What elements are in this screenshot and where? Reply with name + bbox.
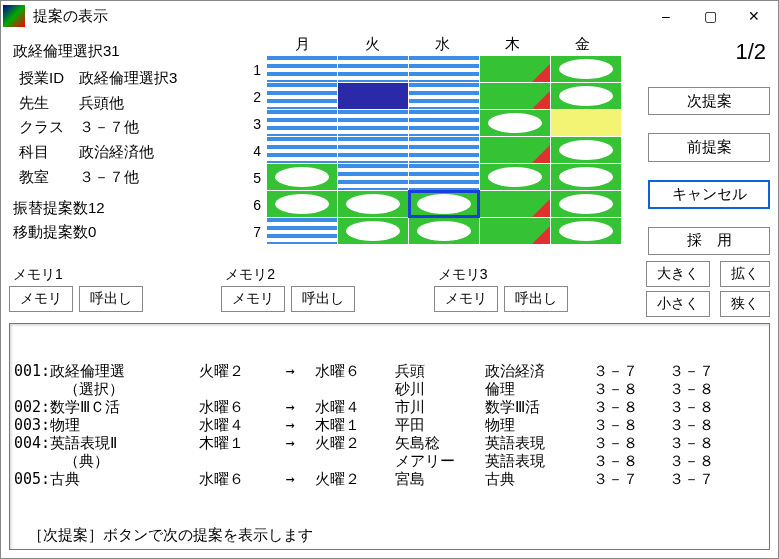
info-label: クラス	[9, 115, 79, 140]
day-header: 水	[407, 35, 477, 56]
grid-cell[interactable]	[338, 110, 408, 136]
cancel-button[interactable]: キャンセル	[648, 180, 770, 209]
info-header: 政経倫理選択31	[9, 39, 239, 64]
page-indicator: 1/2	[648, 39, 770, 65]
grid-cell[interactable]	[338, 56, 408, 82]
grid-cell[interactable]	[338, 191, 408, 217]
row-number: 2	[239, 83, 267, 110]
grid-cell[interactable]	[267, 191, 337, 217]
info-label: 教室	[9, 165, 79, 190]
move-count: 移動提案数0	[9, 220, 239, 245]
grid-cell[interactable]	[409, 164, 479, 190]
row-number: 5	[239, 164, 267, 191]
memory-load-3[interactable]: 呼出し	[504, 286, 568, 312]
grid-cell[interactable]	[480, 164, 550, 190]
narrower-button[interactable]: 狭く	[720, 291, 770, 317]
grid-cell[interactable]	[480, 56, 550, 82]
grid-cell[interactable]	[409, 110, 479, 136]
info-panel: 政経倫理選択31 授業ID政経倫理選択3先生兵頭他クラス３－７他科目政治経済他教…	[9, 35, 239, 255]
day-header: 金	[547, 35, 617, 56]
day-header: 月	[267, 35, 337, 56]
grid-cell[interactable]	[409, 83, 479, 109]
grid-cell[interactable]	[267, 56, 337, 82]
prev-proposal-button[interactable]: 前提案	[648, 133, 770, 161]
info-value: ３－７他	[79, 115, 239, 140]
smaller-button[interactable]: 小さく	[646, 291, 710, 317]
list-footer: ［次提案］ボタンで次の提案を表示します	[14, 526, 765, 544]
list-item: 002:数学ⅢＣ活水曜６→水曜４市川数学Ⅲ活３－８３－８	[14, 398, 765, 416]
wider-button[interactable]: 拡く	[720, 261, 770, 287]
minimize-button[interactable]: –	[644, 2, 688, 30]
grid-cell[interactable]	[267, 137, 337, 163]
list-item: 003:物理水曜４→木曜１平田物理３－８３－８	[14, 416, 765, 434]
grid-cell[interactable]	[409, 191, 479, 217]
grid-cell[interactable]	[480, 137, 550, 163]
info-value: 政経倫理選択3	[79, 66, 239, 91]
grid-cell[interactable]	[551, 218, 621, 244]
row-number: 3	[239, 110, 267, 137]
close-button[interactable]: ✕	[732, 2, 776, 30]
swap-count: 振替提案数12	[9, 196, 239, 221]
grid-cell[interactable]	[338, 83, 408, 109]
memory-label-2: メモリ2	[221, 266, 423, 284]
grid-cell[interactable]	[551, 110, 621, 136]
info-value: 政治経済他	[79, 140, 239, 165]
grid-cell[interactable]	[480, 191, 550, 217]
row-number: 7	[239, 218, 267, 245]
row-number: 1	[239, 56, 267, 83]
info-label: 授業ID	[9, 66, 79, 91]
grid-cell[interactable]	[551, 137, 621, 163]
adopt-button[interactable]: 採 用	[648, 227, 770, 255]
info-value: ３－７他	[79, 165, 239, 190]
grid-cell[interactable]	[480, 218, 550, 244]
info-label: 先生	[9, 91, 79, 116]
grid-cell[interactable]	[409, 218, 479, 244]
timetable-grid: 月火水木金 1234567	[239, 35, 640, 255]
grid-cell[interactable]	[338, 164, 408, 190]
grid-cell[interactable]	[551, 83, 621, 109]
grid-cell[interactable]	[409, 137, 479, 163]
titlebar: 提案の表示 – ▢ ✕	[1, 1, 778, 31]
grid-cell[interactable]	[267, 164, 337, 190]
memory-row: メモリ1 メモリ 呼出し メモリ2 メモリ 呼出し メモリ3 メモリ 呼出し 大…	[9, 261, 770, 317]
list-item: 005:古典水曜６→火曜２宮島古典３－７３－７	[14, 470, 765, 488]
day-header: 火	[337, 35, 407, 56]
grid-cell[interactable]	[551, 56, 621, 82]
grid-cell[interactable]	[267, 218, 337, 244]
memory-label-3: メモリ3	[434, 266, 636, 284]
grid-cell[interactable]	[267, 83, 337, 109]
app-icon	[3, 5, 25, 27]
day-header: 木	[477, 35, 547, 56]
memory-save-1[interactable]: メモリ	[9, 286, 73, 312]
list-item: （選択）砂川倫理３－８３－８	[14, 380, 765, 398]
grid-cell[interactable]	[480, 110, 550, 136]
bigger-button[interactable]: 大きく	[646, 261, 710, 287]
list-item: （典）メアリー英語表現３－８３－８	[14, 452, 765, 470]
memory-load-1[interactable]: 呼出し	[79, 286, 143, 312]
maximize-button[interactable]: ▢	[688, 2, 732, 30]
grid-cell[interactable]	[551, 191, 621, 217]
memory-load-2[interactable]: 呼出し	[291, 286, 355, 312]
grid-cell[interactable]	[338, 137, 408, 163]
memory-save-3[interactable]: メモリ	[434, 286, 498, 312]
info-label: 科目	[9, 140, 79, 165]
row-number: 6	[239, 191, 267, 218]
proposal-list: 001:政経倫理選火曜２→水曜６兵頭政治経済３－７３－７（選択）砂川倫理３－８３…	[9, 323, 770, 550]
list-item: 001:政経倫理選火曜２→水曜６兵頭政治経済３－７３－７	[14, 362, 765, 380]
info-value: 兵頭他	[79, 91, 239, 116]
grid-cell[interactable]	[267, 110, 337, 136]
list-item: 004:英語表現Ⅱ木曜１→火曜２矢島稔英語表現３－８３－８	[14, 434, 765, 452]
next-proposal-button[interactable]: 次提案	[648, 87, 770, 115]
grid-cell[interactable]	[480, 83, 550, 109]
window-title: 提案の表示	[33, 7, 644, 26]
grid-cell[interactable]	[551, 164, 621, 190]
grid-cell[interactable]	[338, 218, 408, 244]
memory-label-1: メモリ1	[9, 266, 211, 284]
row-number: 4	[239, 137, 267, 164]
memory-save-2[interactable]: メモリ	[221, 286, 285, 312]
grid-cell[interactable]	[409, 56, 479, 82]
